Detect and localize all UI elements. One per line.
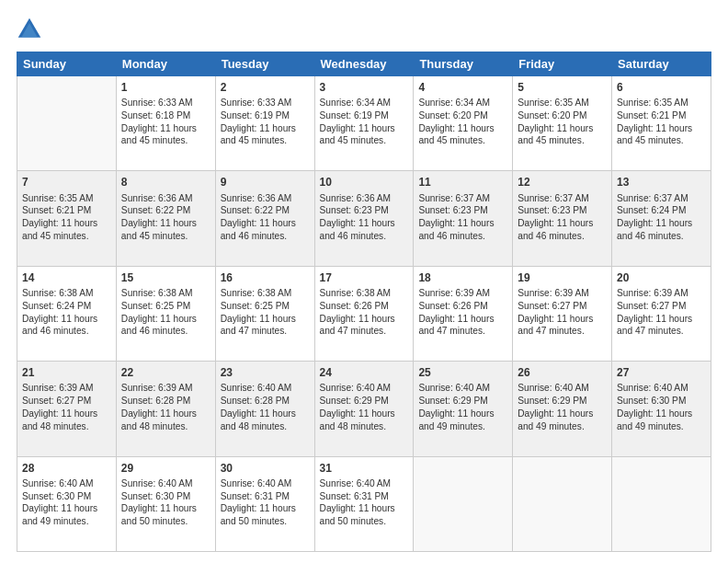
daylight-text: Daylight: 11 hours and 45 minutes.	[617, 123, 692, 146]
day-number: 19	[518, 270, 607, 285]
sunrise-text: Sunrise: 6:39 AM	[617, 288, 688, 298]
calendar-week-row: 14Sunrise: 6:38 AMSunset: 6:24 PMDayligh…	[17, 266, 711, 361]
sunrise-text: Sunrise: 6:33 AM	[121, 98, 193, 108]
calendar-day-cell: 22Sunrise: 6:39 AMSunset: 6:28 PMDayligh…	[116, 362, 215, 456]
sunrise-text: Sunrise: 6:40 AM	[221, 478, 292, 488]
sunrise-text: Sunrise: 6:40 AM	[418, 383, 490, 393]
day-number: 29	[121, 461, 210, 476]
sunrise-text: Sunrise: 6:33 AM	[221, 98, 292, 108]
daylight-text: Daylight: 11 hours and 45 minutes.	[221, 123, 296, 146]
sunset-text: Sunset: 6:26 PM	[418, 301, 487, 311]
calendar-day-cell: 14Sunrise: 6:38 AMSunset: 6:24 PMDayligh…	[17, 266, 117, 361]
sunset-text: Sunset: 6:30 PM	[617, 396, 686, 406]
sunrise-text: Sunrise: 6:38 AM	[121, 288, 193, 298]
sunrise-text: Sunrise: 6:34 AM	[320, 98, 392, 108]
calendar-day-cell: 19Sunrise: 6:39 AMSunset: 6:27 PMDayligh…	[513, 266, 612, 361]
day-number: 17	[320, 270, 409, 285]
sunrise-text: Sunrise: 6:36 AM	[121, 193, 193, 203]
logo	[17, 17, 46, 42]
sunrise-text: Sunrise: 6:37 AM	[418, 193, 490, 203]
daylight-text: Daylight: 11 hours and 49 minutes.	[22, 503, 97, 526]
daylight-text: Daylight: 11 hours and 45 minutes.	[22, 218, 97, 241]
daylight-text: Daylight: 11 hours and 49 minutes.	[617, 408, 692, 431]
sunset-text: Sunset: 6:25 PM	[221, 301, 290, 311]
sunrise-text: Sunrise: 6:40 AM	[121, 478, 193, 488]
day-number: 9	[221, 175, 310, 190]
sunrise-text: Sunrise: 6:34 AM	[418, 98, 490, 108]
calendar-day-cell: 17Sunrise: 6:38 AMSunset: 6:26 PMDayligh…	[314, 266, 414, 361]
calendar-day-cell: 15Sunrise: 6:38 AMSunset: 6:25 PMDayligh…	[116, 266, 215, 361]
sunset-text: Sunset: 6:23 PM	[418, 205, 487, 215]
calendar-day-cell: 31Sunrise: 6:40 AMSunset: 6:31 PMDayligh…	[314, 456, 414, 551]
sunset-text: Sunset: 6:28 PM	[221, 396, 290, 406]
daylight-text: Daylight: 11 hours and 47 minutes.	[518, 314, 593, 337]
day-number: 7	[22, 175, 111, 190]
sunset-text: Sunset: 6:31 PM	[221, 491, 290, 501]
sunset-text: Sunset: 6:29 PM	[320, 396, 389, 406]
day-number: 25	[418, 365, 507, 380]
sunrise-text: Sunrise: 6:40 AM	[22, 478, 94, 488]
calendar-day-cell: 16Sunrise: 6:38 AMSunset: 6:25 PMDayligh…	[215, 266, 314, 361]
sunset-text: Sunset: 6:27 PM	[518, 301, 586, 311]
weekday-header: Thursday	[414, 52, 513, 76]
sunset-text: Sunset: 6:25 PM	[121, 301, 190, 311]
calendar-day-cell: 21Sunrise: 6:39 AMSunset: 6:27 PMDayligh…	[17, 362, 117, 456]
daylight-text: Daylight: 11 hours and 48 minutes.	[320, 408, 395, 431]
day-number: 13	[617, 175, 706, 190]
sunrise-text: Sunrise: 6:38 AM	[320, 288, 392, 298]
daylight-text: Daylight: 11 hours and 49 minutes.	[518, 408, 593, 431]
sunrise-text: Sunrise: 6:40 AM	[617, 383, 688, 393]
calendar-day-cell: 7Sunrise: 6:35 AMSunset: 6:21 PMDaylight…	[17, 171, 117, 266]
daylight-text: Daylight: 11 hours and 46 minutes.	[121, 314, 197, 337]
daylight-text: Daylight: 11 hours and 48 minutes.	[121, 408, 197, 431]
calendar-day-cell	[414, 456, 513, 551]
weekday-header: Monday	[116, 52, 215, 76]
sunset-text: Sunset: 6:19 PM	[320, 110, 389, 121]
calendar-day-cell: 23Sunrise: 6:40 AMSunset: 6:28 PMDayligh…	[215, 362, 314, 456]
sunrise-text: Sunrise: 6:35 AM	[617, 98, 688, 108]
sunset-text: Sunset: 6:31 PM	[320, 491, 389, 501]
day-number: 3	[320, 80, 409, 95]
day-number: 28	[22, 461, 111, 476]
calendar-day-cell: 5Sunrise: 6:35 AMSunset: 6:20 PMDaylight…	[513, 76, 612, 171]
daylight-text: Daylight: 11 hours and 48 minutes.	[221, 408, 296, 431]
calendar-header-row: SundayMondayTuesdayWednesdayThursdayFrid…	[17, 52, 711, 76]
daylight-text: Daylight: 11 hours and 50 minutes.	[221, 503, 296, 526]
sunset-text: Sunset: 6:22 PM	[121, 205, 190, 215]
day-number: 8	[121, 175, 210, 190]
daylight-text: Daylight: 11 hours and 46 minutes.	[22, 314, 97, 337]
sunrise-text: Sunrise: 6:36 AM	[320, 193, 392, 203]
daylight-text: Daylight: 11 hours and 46 minutes.	[617, 218, 692, 241]
calendar-day-cell: 8Sunrise: 6:36 AMSunset: 6:22 PMDaylight…	[116, 171, 215, 266]
weekday-header: Wednesday	[314, 52, 414, 76]
sunset-text: Sunset: 6:23 PM	[320, 205, 389, 215]
daylight-text: Daylight: 11 hours and 45 minutes.	[121, 218, 197, 241]
calendar-day-cell: 4Sunrise: 6:34 AMSunset: 6:20 PMDaylight…	[414, 76, 513, 171]
calendar-day-cell: 20Sunrise: 6:39 AMSunset: 6:27 PMDayligh…	[612, 266, 711, 361]
daylight-text: Daylight: 11 hours and 49 minutes.	[418, 408, 494, 431]
sunset-text: Sunset: 6:22 PM	[221, 205, 290, 215]
sunrise-text: Sunrise: 6:35 AM	[22, 193, 94, 203]
day-number: 16	[221, 270, 310, 285]
sunset-text: Sunset: 6:30 PM	[121, 491, 190, 501]
calendar-day-cell: 11Sunrise: 6:37 AMSunset: 6:23 PMDayligh…	[414, 171, 513, 266]
sunset-text: Sunset: 6:27 PM	[617, 301, 686, 311]
calendar-day-cell: 25Sunrise: 6:40 AMSunset: 6:29 PMDayligh…	[414, 362, 513, 456]
daylight-text: Daylight: 11 hours and 45 minutes.	[418, 123, 494, 146]
header	[17, 17, 711, 42]
weekday-header: Saturday	[612, 52, 711, 76]
day-number: 6	[617, 80, 706, 95]
sunrise-text: Sunrise: 6:37 AM	[617, 193, 688, 203]
sunset-text: Sunset: 6:27 PM	[22, 396, 91, 406]
sunrise-text: Sunrise: 6:40 AM	[320, 383, 392, 393]
sunset-text: Sunset: 6:21 PM	[22, 205, 91, 215]
calendar-day-cell	[513, 456, 612, 551]
day-number: 23	[221, 365, 310, 380]
sunset-text: Sunset: 6:20 PM	[518, 110, 586, 121]
daylight-text: Daylight: 11 hours and 46 minutes.	[221, 218, 296, 241]
day-number: 14	[22, 270, 111, 285]
sunrise-text: Sunrise: 6:36 AM	[221, 193, 292, 203]
calendar-day-cell: 12Sunrise: 6:37 AMSunset: 6:23 PMDayligh…	[513, 171, 612, 266]
sunrise-text: Sunrise: 6:40 AM	[320, 478, 392, 488]
calendar-week-row: 21Sunrise: 6:39 AMSunset: 6:27 PMDayligh…	[17, 362, 711, 456]
